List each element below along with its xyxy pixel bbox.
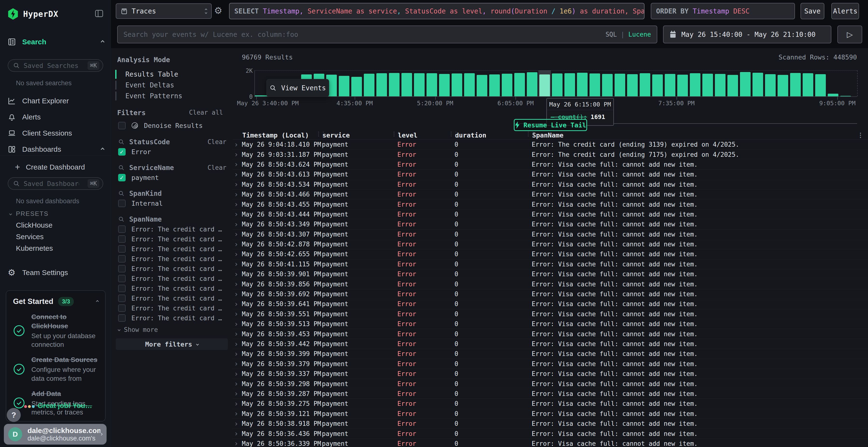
chevron-up-icon[interactable] (96, 300, 99, 303)
user-menu[interactable]: D dale@clickhouse.com dale@clickhouse.co… (4, 424, 106, 445)
sidebar-item-search[interactable]: Search (8, 36, 104, 48)
lucene-mode-toggle[interactable]: Lucene (628, 31, 651, 38)
table-row[interactable]: May 26 8:50:39.442 PMpaymentError0Error:… (233, 339, 868, 349)
filter-value-row[interactable]: Internal (111, 199, 233, 208)
source-select[interactable]: Traces (116, 3, 212, 19)
checkbox-unchecked[interactable] (118, 314, 126, 322)
filter-value-row[interactable]: Error: The credit card … (111, 294, 233, 303)
histogram-bar[interactable] (778, 75, 788, 96)
save-button[interactable]: Save (801, 3, 824, 19)
saved-searches-field[interactable] (24, 62, 79, 69)
table-row[interactable]: May 26 8:50:36.436 PMpaymentError0Error:… (233, 429, 868, 439)
search-bar[interactable]: SQL | Lucene (117, 26, 657, 43)
table-row[interactable]: May 26 9:04:18.410 PMpaymentError0Error:… (233, 140, 868, 149)
table-row[interactable]: May 26 8:50:43.613 PMpaymentError0Error:… (233, 170, 868, 179)
search-icon[interactable] (118, 190, 124, 197)
sidebar-item-dashboards[interactable]: Dashboards (8, 143, 104, 156)
histogram-bar[interactable] (527, 72, 537, 96)
sql-mode-toggle[interactable]: SQL (606, 31, 617, 38)
table-row[interactable]: May 26 8:50:41.115 PMpaymentError0Error:… (233, 260, 868, 269)
sidebar-item-chart-explorer[interactable]: Chart Explorer (8, 95, 104, 107)
row-expand-icon[interactable] (233, 391, 242, 396)
row-expand-icon[interactable] (233, 332, 242, 336)
clear-all-button[interactable]: Clear all (189, 109, 223, 116)
row-expand-icon[interactable] (233, 322, 242, 326)
filter-value-row[interactable]: Error: The credit card … (111, 244, 233, 254)
table-row[interactable]: May 26 8:50:39.692 PMpaymentError0Error:… (233, 289, 868, 299)
filter-value-row[interactable]: payment (111, 173, 233, 182)
row-expand-icon[interactable] (233, 142, 242, 147)
filter-group-clear-button[interactable]: Clear (208, 138, 226, 145)
resume-live-tail-button[interactable]: Resume Live Tail (514, 119, 587, 131)
events-histogram[interactable]: 2K 0 May 26 3:40:00 PM4:35:00 PM5:20:00 … (233, 48, 868, 111)
table-options-kebab-icon[interactable]: ⋮ (858, 132, 863, 139)
row-expand-icon[interactable] (233, 192, 242, 197)
histogram-bar[interactable] (765, 74, 776, 96)
histogram-bar[interactable] (790, 73, 801, 96)
histogram-bar[interactable] (627, 74, 638, 96)
get-started-item[interactable]: Connect to ClickHouseSet up your databas… (13, 312, 98, 349)
row-expand-icon[interactable] (233, 162, 242, 167)
histogram-bar[interactable] (702, 74, 713, 96)
search-input[interactable] (123, 31, 606, 38)
checkbox-unchecked[interactable] (118, 226, 126, 233)
table-row[interactable]: May 26 8:50:39.856 PMpaymentError0Error:… (233, 279, 868, 289)
sidebar-collapse-icon[interactable] (94, 9, 104, 18)
column-header-spanname[interactable]: ⋮⋮SpanName (532, 132, 868, 139)
histogram-bar[interactable] (339, 76, 349, 96)
checkbox-unchecked[interactable] (118, 235, 126, 243)
more-filters-button[interactable]: More filters (116, 338, 228, 350)
order-by-editor[interactable]: ORDER BY Timestamp DESC (651, 3, 795, 19)
presets-section-toggle[interactable]: PRESETS (10, 210, 49, 217)
filter-value-row[interactable]: Error: The credit card … (111, 224, 233, 234)
histogram-bar[interactable] (389, 73, 400, 96)
table-row[interactable]: May 26 8:50:43.466 PMpaymentError0Error:… (233, 190, 868, 199)
row-expand-icon[interactable] (233, 152, 242, 157)
checkbox-unchecked[interactable] (118, 285, 126, 292)
column-header-timestamp-local-[interactable]: Timestamp (Local) (242, 132, 322, 139)
row-expand-icon[interactable] (233, 421, 242, 426)
analysis-mode-results-table[interactable]: Results Table (115, 69, 182, 80)
filter-value-row[interactable]: Error: The credit card … (111, 254, 233, 264)
checkbox-checked[interactable] (118, 174, 126, 181)
column-resize-handle[interactable]: ⋮⋮ (525, 131, 535, 137)
histogram-bar[interactable] (439, 74, 450, 96)
histogram-bar[interactable] (740, 72, 751, 96)
table-row[interactable]: May 26 8:50:43.349 PMpaymentError0Error:… (233, 219, 868, 229)
table-row[interactable]: May 26 8:50:39.453 PMpaymentError0Error:… (233, 329, 868, 339)
table-row[interactable]: May 26 8:50:39.275 PMpaymentError0Error:… (233, 399, 868, 409)
histogram-bar[interactable] (564, 73, 575, 96)
row-expand-icon[interactable] (233, 272, 242, 276)
histogram-bar[interactable] (401, 73, 412, 96)
alerts-button[interactable]: Alerts (831, 3, 859, 19)
histogram-bar[interactable] (351, 77, 362, 96)
row-expand-icon[interactable] (233, 381, 242, 386)
sidebar-item-alerts[interactable]: Alerts (8, 111, 104, 123)
row-expand-icon[interactable] (233, 182, 242, 187)
table-row[interactable]: May 26 8:50:42.655 PMpaymentError0Error:… (233, 249, 868, 259)
row-expand-icon[interactable] (233, 282, 242, 286)
filter-value-row[interactable]: Error: The credit card … (111, 234, 233, 244)
date-range-picker[interactable]: May 26 15:40:00 - May 26 21:10:00 (663, 26, 831, 43)
table-row[interactable]: May 26 8:50:43.444 PMpaymentError0Error:… (233, 209, 868, 219)
filter-value-row[interactable]: Error: The credit card … (111, 264, 233, 274)
run-query-button[interactable]: ▷ (837, 26, 862, 43)
histogram-bar[interactable] (477, 75, 487, 96)
get-started-item[interactable]: Create Data SourcesConfigure where your … (13, 355, 98, 383)
analysis-mode-event-deltas[interactable]: Event Deltas (115, 80, 182, 91)
row-expand-icon[interactable] (233, 352, 242, 356)
sidebar-item-team-settings[interactable]: ⚙ Team Settings (8, 266, 104, 279)
histogram-bar[interactable] (464, 73, 475, 96)
histogram-bar[interactable] (364, 74, 374, 96)
histogram-bar[interactable] (677, 75, 688, 96)
saved-searches-input[interactable]: ⌘K (8, 59, 103, 72)
histogram-bar[interactable] (577, 73, 588, 96)
histogram-bar[interactable] (727, 75, 738, 96)
histogram-bar[interactable] (452, 73, 462, 96)
preset-item-clickhouse[interactable]: ClickHouse (16, 221, 53, 229)
checkbox-unchecked[interactable] (118, 200, 126, 207)
saved-dashboards-field[interactable] (24, 180, 79, 187)
row-expand-icon[interactable] (233, 292, 242, 297)
row-expand-icon[interactable] (233, 302, 242, 306)
histogram-bar[interactable] (690, 73, 701, 96)
